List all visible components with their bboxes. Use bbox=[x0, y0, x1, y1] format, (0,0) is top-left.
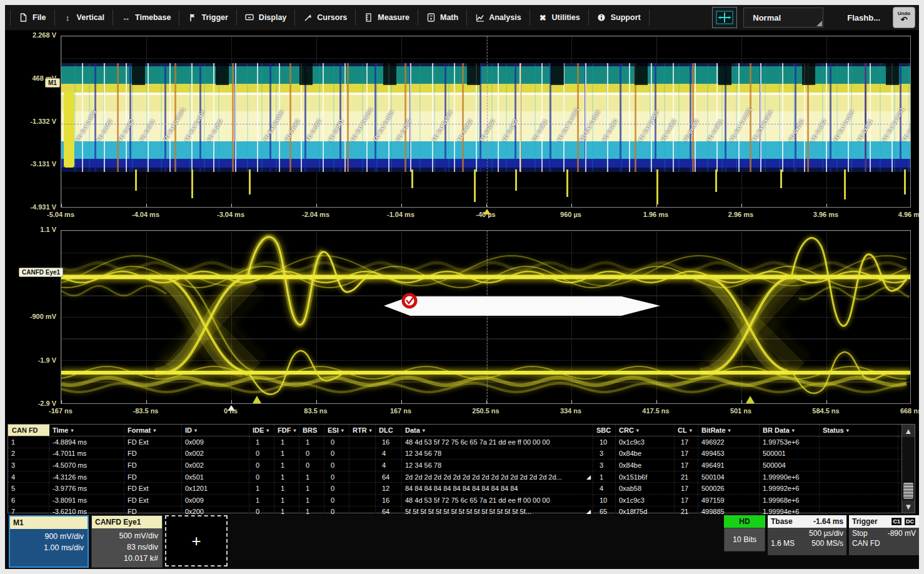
timebase-descriptor[interactable]: Tbase -1.64 ms 500 µs/div 1.6 MS 500 MS/… bbox=[768, 515, 846, 555]
eye-mask[interactable] bbox=[384, 296, 660, 316]
column-header-format[interactable]: Format▾ bbox=[124, 425, 182, 436]
scroll-up-button[interactable]: ▲ bbox=[902, 425, 915, 437]
decode-chart-plot[interactable]: FD Ext 0x009FD 0x002FD 0x002FD 0x501FD E… bbox=[61, 36, 911, 208]
column-header-crc[interactable]: CRC▾ bbox=[616, 425, 675, 436]
sort-arrow-icon[interactable]: ▾ bbox=[293, 428, 296, 433]
add-trace-button[interactable]: + bbox=[165, 515, 228, 566]
menu-support-label: Support bbox=[611, 13, 641, 22]
cell-fdf: 1 bbox=[274, 460, 299, 471]
menu-trigger[interactable]: Trigger bbox=[179, 9, 236, 26]
display-mode-dropdown[interactable]: Normal bbox=[743, 8, 823, 28]
column-header-brdata[interactable]: BR Data▾ bbox=[760, 425, 820, 436]
eye-trace-badge[interactable]: CANFD Eye1 bbox=[19, 268, 63, 277]
menu-vertical[interactable]: ↕ Vertical bbox=[55, 9, 113, 26]
menu-display[interactable]: Display bbox=[237, 9, 295, 26]
cell-time: -3.8091 ms bbox=[49, 495, 124, 506]
table-scrollbar[interactable]: ▲ ▼ bbox=[901, 425, 915, 513]
sort-arrow-icon[interactable]: ▾ bbox=[153, 428, 156, 433]
cell-time: -4.5070 ms bbox=[49, 460, 124, 471]
hd-mode-descriptor[interactable]: HD 10 Bits bbox=[724, 515, 765, 555]
x-tick-label: 167 ns bbox=[376, 407, 426, 415]
menu-vertical-label: Vertical bbox=[77, 13, 104, 22]
column-header-status[interactable]: Status▾ bbox=[820, 425, 898, 436]
table-row[interactable]: 3-4.5070 msFD0x0020100412 34 56 7830x84b… bbox=[8, 460, 915, 471]
column-header-bitrate[interactable]: BitRate▾ bbox=[698, 425, 760, 436]
sort-arrow-icon[interactable]: ▾ bbox=[341, 428, 344, 433]
column-header-brs[interactable]: BRS bbox=[299, 425, 324, 436]
sort-arrow-icon[interactable]: ▾ bbox=[369, 428, 372, 433]
grid-display-button[interactable] bbox=[712, 7, 737, 28]
sort-arrow-icon[interactable]: ▾ bbox=[71, 428, 73, 433]
sort-arrow-icon[interactable]: ▾ bbox=[266, 428, 269, 433]
x-tick-label: 668 ns bbox=[886, 407, 919, 415]
status-bar: M1 900 mV/div 1.00 ms/div CANFD Eye1 500… bbox=[5, 514, 919, 569]
scroll-down-button[interactable]: ▼ bbox=[902, 500, 915, 513]
column-header-cl[interactable]: CL▾ bbox=[675, 425, 698, 436]
cell-status bbox=[820, 483, 898, 494]
menu-support[interactable]: Support bbox=[589, 9, 650, 26]
x-tick-label: 417.5 ns bbox=[631, 407, 681, 415]
m1-trace-descriptor[interactable]: M1 900 mV/div 1.00 ms/div bbox=[9, 515, 89, 568]
trigger-title: Trigger bbox=[852, 517, 878, 526]
cell-ide: 0 bbox=[249, 471, 274, 483]
undo-button[interactable]: Undo ↶ bbox=[893, 7, 915, 28]
column-header-ide[interactable]: IDE▾ bbox=[249, 425, 274, 436]
menu-math[interactable]: Math bbox=[418, 9, 467, 26]
mask-violation-marker[interactable] bbox=[403, 295, 416, 307]
sort-arrow-icon[interactable]: ▾ bbox=[846, 428, 849, 433]
cell-bitrate: 499453 bbox=[698, 448, 760, 460]
sort-arrow-icon[interactable]: ▾ bbox=[792, 428, 795, 433]
column-header-rtr[interactable]: RTR▾ bbox=[349, 425, 376, 436]
flashback-label[interactable]: Flashb... bbox=[847, 13, 880, 23]
cell-rtr bbox=[349, 460, 376, 471]
data-truncated-icon[interactable]: ◢ bbox=[586, 474, 591, 480]
column-header-fdf[interactable]: FDF▾ bbox=[274, 425, 299, 436]
cell-cl: 17 bbox=[675, 436, 698, 448]
cell-brs: 0 bbox=[299, 460, 324, 471]
eye-trace-descriptor[interactable]: CANFD Eye1 500 mV/div 83 ns/div 10.017 k… bbox=[91, 515, 163, 568]
column-header-esi[interactable]: ESI▾ bbox=[324, 425, 349, 436]
menu-cursors[interactable]: Cursors bbox=[295, 9, 356, 26]
cell-id: 0x009 bbox=[182, 436, 249, 448]
cell-crc: 0x84be bbox=[616, 460, 675, 471]
can-fd-tab[interactable]: CAN FD bbox=[8, 425, 49, 436]
x-tick-label: -2.04 ms bbox=[291, 211, 341, 218]
cell-rtr bbox=[349, 483, 376, 494]
waveform-spike bbox=[844, 169, 846, 199]
menu-analysis[interactable]: Analysis bbox=[467, 9, 530, 26]
y-tick-label: -900 mV bbox=[30, 313, 56, 320]
m1-trace-badge[interactable]: M1 bbox=[45, 78, 60, 88]
cell-dlc: 16 bbox=[376, 495, 402, 506]
sort-arrow-icon[interactable]: ▾ bbox=[423, 428, 425, 433]
sort-arrow-icon[interactable]: ▾ bbox=[194, 428, 197, 433]
column-header-time[interactable]: Time▾ bbox=[49, 425, 124, 436]
cell-id: 0x501 bbox=[182, 471, 249, 483]
menu-measure-label: Measure bbox=[378, 13, 409, 22]
table-row[interactable]: 6-3.8091 msFD Ext0x00911101648 4d 53 5f … bbox=[8, 495, 915, 506]
sort-arrow-icon[interactable]: ▾ bbox=[690, 428, 692, 433]
cell-data: 12 34 56 78 bbox=[402, 448, 593, 460]
menu-file[interactable]: File bbox=[10, 9, 55, 26]
scrollbar-thumb[interactable] bbox=[903, 483, 913, 499]
table-row[interactable]: 5-3.9776 msFD Ext0x120111101284 84 84 84… bbox=[8, 483, 915, 495]
eye-diagram-plot[interactable] bbox=[61, 230, 911, 404]
table-row[interactable]: 1-4.8894 msFD Ext0x00911101648 4d 53 5f … bbox=[8, 436, 915, 448]
display-icon bbox=[245, 13, 254, 23]
column-header-sbc[interactable]: SBC bbox=[593, 425, 616, 436]
menu-timebase[interactable]: ↔ Timebase bbox=[113, 9, 179, 26]
cell-bitrate: 497159 bbox=[698, 495, 760, 506]
menu-utilities[interactable]: ✖ Utilities bbox=[530, 9, 589, 26]
column-header-id[interactable]: ID▾ bbox=[182, 425, 249, 436]
timebase-delay: -1.64 ms bbox=[813, 517, 843, 526]
oscilloscope-app: File ↕ Vertical ↔ Timebase Trigger Displ… bbox=[5, 5, 919, 569]
sort-arrow-icon[interactable]: ▾ bbox=[728, 428, 731, 433]
decode-x-ticks bbox=[61, 204, 910, 207]
trigger-descriptor[interactable]: Trigger C1 DC Stop -890 mV CAN FD bbox=[849, 515, 919, 555]
table-row[interactable]: 2-4.7011 msFD0x0020100412 34 56 7830x84b… bbox=[8, 448, 915, 460]
menu-measure[interactable]: Measure bbox=[356, 9, 418, 26]
sort-arrow-icon[interactable]: ▾ bbox=[636, 428, 639, 433]
column-header-dlc[interactable]: DLC bbox=[376, 425, 402, 436]
cell-brs: 1 bbox=[299, 436, 324, 448]
table-row[interactable]: 4-4.3126 msFD0x5010110642d 2d 2d 2d 2d 2… bbox=[8, 471, 915, 483]
column-header-data[interactable]: Data▾ bbox=[402, 425, 593, 436]
